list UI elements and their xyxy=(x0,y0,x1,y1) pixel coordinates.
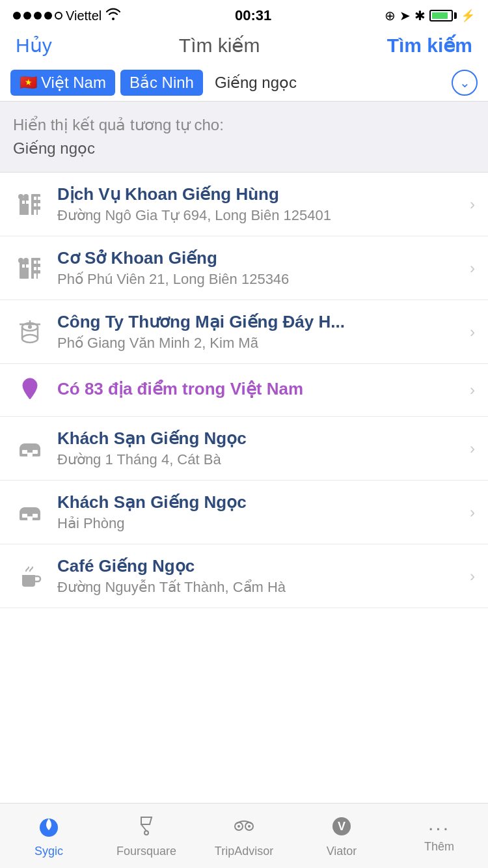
result-content: Cơ Sở Khoan Giếng Phố Phú Viên 21, Long … xyxy=(57,248,459,288)
viator-icon: V xyxy=(329,813,355,842)
result-item[interactable]: Khách Sạn Giếng Ngọc Hải Phòng › xyxy=(0,481,488,544)
svg-rect-39 xyxy=(27,516,33,520)
chevron-right-icon: › xyxy=(470,503,475,522)
wifi-icon xyxy=(105,7,122,24)
hotel-icon xyxy=(13,434,47,463)
result-name: Dịch Vụ Khoan Giếng Hùng xyxy=(57,184,459,204)
chevron-right-icon: › xyxy=(470,259,475,277)
result-name: Khách Sạn Giếng Ngọc xyxy=(57,492,459,512)
svg-point-10 xyxy=(18,194,23,199)
charging-icon: ⚡ xyxy=(461,8,475,23)
result-item-locations[interactable]: Có 83 địa điểm trong Việt Nam › xyxy=(0,364,488,417)
svg-rect-34 xyxy=(33,450,38,454)
status-bar: Viettel 00:31 ⊕ ➤ ✱ ⚡ xyxy=(0,0,488,29)
dot5 xyxy=(55,12,62,20)
result-address: Đường Nguyễn Tất Thành, Cẩm Hà xyxy=(57,579,459,596)
svg-rect-7 xyxy=(38,203,40,206)
carrier-label: Viettel xyxy=(66,8,102,23)
svg-rect-0 xyxy=(20,198,29,215)
result-name: Có 83 địa điểm trong Việt Nam xyxy=(57,379,459,399)
svg-point-11 xyxy=(23,194,29,199)
svg-point-41 xyxy=(144,831,148,835)
result-item[interactable]: Café Giếng Ngọc Đường Nguyễn Tất Thành, … xyxy=(0,544,488,608)
result-address: Đường Ngô Gia Tự 694, Long Biên 125401 xyxy=(57,207,459,224)
svg-point-23 xyxy=(23,258,29,263)
similar-prefix: Hiển thị kết quả tương tự cho: xyxy=(13,116,224,133)
hotel-icon xyxy=(13,498,47,527)
foursquare-icon xyxy=(133,813,159,842)
result-address: Đường 1 Tháng 4, Cát Bà xyxy=(57,451,459,468)
svg-rect-35 xyxy=(27,453,33,456)
svg-rect-20 xyxy=(34,273,36,279)
nav-title: Tìm kiếm xyxy=(179,34,260,57)
svg-rect-17 xyxy=(38,260,40,264)
result-address: Phố Giang Văn Minh 2, Kim Mã xyxy=(57,335,459,352)
result-item[interactable]: Công Ty Thương Mại Giếng Đáy H... Phố Gi… xyxy=(0,300,488,364)
svg-rect-2 xyxy=(22,201,25,204)
result-item[interactable]: Dịch Vụ Khoan Giếng Hùng Đường Ngô Gia T… xyxy=(0,173,488,236)
tab-tripadvisor-label: TripAdvisor xyxy=(215,845,273,858)
svg-point-44 xyxy=(237,825,240,828)
svg-rect-9 xyxy=(38,210,40,215)
result-item[interactable]: Khách Sạn Giếng Ngọc Đường 1 Tháng 4, Cá… xyxy=(0,417,488,481)
cafe-icon xyxy=(13,562,47,591)
svg-rect-4 xyxy=(34,197,36,200)
svg-rect-6 xyxy=(34,203,36,206)
pin-icon xyxy=(13,376,47,404)
chevron-right-icon: › xyxy=(470,195,475,214)
result-content: Khách Sạn Giếng Ngọc Đường 1 Tháng 4, Cá… xyxy=(57,428,459,468)
result-item[interactable]: Cơ Sở Khoan Giếng Phố Phú Viên 21, Long … xyxy=(0,236,488,300)
tripadvisor-icon xyxy=(231,813,257,842)
svg-rect-33 xyxy=(22,450,27,454)
tab-them[interactable]: ··· Thêm xyxy=(390,813,488,859)
sygic-icon xyxy=(36,813,62,842)
svg-point-31 xyxy=(27,383,33,388)
status-left: Viettel xyxy=(13,7,122,24)
province-filter-button[interactable]: Bắc Ninh xyxy=(120,70,203,96)
tab-tripadvisor[interactable]: TripAdvisor xyxy=(195,808,293,863)
filters-row: 🇻🇳 Việt Nam Bắc Ninh Giếng ngọc ⌄ xyxy=(0,64,488,102)
location-icon: ⊕ xyxy=(385,8,396,23)
cancel-button[interactable]: Hủy xyxy=(16,34,52,57)
svg-rect-15 xyxy=(26,264,29,268)
dot2 xyxy=(23,12,31,20)
results-list: Dịch Vụ Khoan Giếng Hùng Đường Ngô Gia T… xyxy=(0,173,488,608)
svg-text:V: V xyxy=(338,820,346,833)
svg-rect-21 xyxy=(38,273,40,279)
search-query-text: Giếng ngọc xyxy=(208,70,446,96)
result-name: Khách Sạn Giếng Ngọc xyxy=(57,428,459,449)
tab-bar: Sygic Foursquare TripAdvisor xyxy=(0,803,488,868)
status-time: 00:31 xyxy=(235,7,271,24)
tab-sygic[interactable]: Sygic xyxy=(0,808,98,863)
arrow-icon: ➤ xyxy=(400,8,411,23)
svg-rect-37 xyxy=(22,514,27,518)
svg-rect-18 xyxy=(34,267,36,270)
tab-viator[interactable]: V Viator xyxy=(293,808,390,863)
svg-rect-12 xyxy=(20,262,29,279)
svg-point-22 xyxy=(18,258,23,263)
dot1 xyxy=(13,12,21,20)
province-label: Bắc Ninh xyxy=(129,74,194,91)
svg-rect-5 xyxy=(38,197,40,200)
tab-foursquare[interactable]: Foursquare xyxy=(98,808,195,863)
building-icon xyxy=(13,190,47,219)
result-name: Café Giếng Ngọc xyxy=(57,556,459,576)
status-right: ⊕ ➤ ✱ ⚡ xyxy=(385,8,475,23)
result-name: Công Ty Thương Mại Giếng Đáy H... xyxy=(57,312,459,332)
nav-bar: Hủy Tìm kiếm Tìm kiếm xyxy=(0,29,488,64)
svg-rect-14 xyxy=(22,264,25,268)
building-icon xyxy=(13,254,47,283)
chevron-right-icon: › xyxy=(470,567,475,585)
expand-filter-button[interactable]: ⌄ xyxy=(452,70,478,96)
flag-icon: 🇻🇳 xyxy=(20,74,37,91)
svg-rect-38 xyxy=(33,514,38,518)
result-content: Có 83 địa điểm trong Việt Nam xyxy=(57,379,459,402)
similar-query: Giếng ngọc xyxy=(13,137,475,160)
well-icon xyxy=(13,318,47,346)
search-button[interactable]: Tìm kiếm xyxy=(387,34,472,57)
similar-banner: Hiển thị kết quả tương tự cho: Giếng ngọ… xyxy=(0,102,488,173)
result-content: Công Ty Thương Mại Giếng Đáy H... Phố Gi… xyxy=(57,312,459,352)
bluetooth-icon: ✱ xyxy=(414,8,426,23)
chevron-down-icon: ⌄ xyxy=(459,75,470,91)
country-filter-button[interactable]: 🇻🇳 Việt Nam xyxy=(10,70,115,96)
